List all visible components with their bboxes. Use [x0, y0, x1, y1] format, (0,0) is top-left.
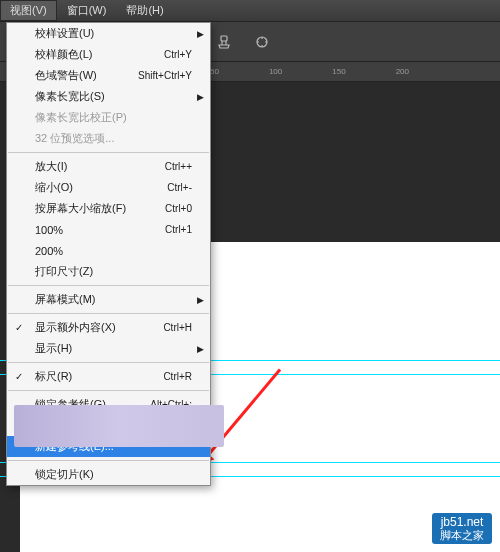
menu-item[interactable]: 按屏幕大小缩放(F)Ctrl+0: [7, 198, 210, 219]
chevron-right-icon: ▶: [197, 29, 204, 39]
menu-item-label: 校样颜色(L): [35, 47, 92, 62]
menu-item-label: 200%: [35, 245, 63, 257]
watermark-text: 脚本之家: [440, 529, 484, 541]
menu-item-label: 像素长宽比校正(P): [35, 110, 127, 125]
menu-item: 32 位预览选项...: [7, 128, 210, 149]
stamp-icon[interactable]: [210, 30, 238, 54]
menu-shortcut: Ctrl+-: [167, 182, 192, 193]
menu-separator: [8, 313, 209, 314]
menu-item-label: 校样设置(U): [35, 26, 94, 41]
menu-item[interactable]: 缩小(O)Ctrl+-: [7, 177, 210, 198]
ruler-mark: 200: [396, 67, 409, 76]
chevron-right-icon: ▶: [197, 295, 204, 305]
menu-separator: [8, 390, 209, 391]
menu-item-label: 标尺(R): [35, 369, 72, 384]
menu-item[interactable]: 色域警告(W)Shift+Ctrl+Y: [7, 65, 210, 86]
menu-item: 像素长宽比校正(P): [7, 107, 210, 128]
menu-shortcut: Shift+Ctrl+Y: [138, 70, 192, 81]
menu-item[interactable]: 显示(H)▶: [7, 338, 210, 359]
menu-item[interactable]: 锁定切片(K): [7, 464, 210, 485]
menu-item-label: 屏幕模式(M): [35, 292, 96, 307]
svg-rect-0: [221, 36, 227, 41]
menu-item[interactable]: 100%Ctrl+1: [7, 219, 210, 240]
menu-item-label: 显示(H): [35, 341, 72, 356]
menu-item[interactable]: 放大(I)Ctrl++: [7, 156, 210, 177]
menu-item[interactable]: 屏幕模式(M)▶: [7, 289, 210, 310]
menu-item[interactable]: ✓显示额外内容(X)Ctrl+H: [7, 317, 210, 338]
check-icon: ✓: [15, 322, 23, 333]
menu-separator: [8, 285, 209, 286]
menu-item[interactable]: 像素长宽比(S)▶: [7, 86, 210, 107]
menubar: 视图(V) 窗口(W) 帮助(H): [0, 0, 500, 22]
menu-item-label: 像素长宽比(S): [35, 89, 105, 104]
menu-item-label: 放大(I): [35, 159, 67, 174]
menu-item[interactable]: 校样设置(U)▶: [7, 23, 210, 44]
brush-icon[interactable]: [248, 30, 276, 54]
menu-shortcut: Ctrl+Y: [164, 49, 192, 60]
menu-item-label: 按屏幕大小缩放(F): [35, 201, 126, 216]
menu-item[interactable]: 200%: [7, 240, 210, 261]
menu-separator: [8, 460, 209, 461]
menu-item-label: 32 位预览选项...: [35, 131, 114, 146]
chevron-right-icon: ▶: [197, 92, 204, 102]
menu-separator: [8, 152, 209, 153]
menu-item-label: 锁定切片(K): [35, 467, 94, 482]
menu-shortcut: Ctrl+0: [165, 203, 192, 214]
menu-help[interactable]: 帮助(H): [116, 0, 173, 21]
menu-separator: [8, 362, 209, 363]
chevron-right-icon: ▶: [197, 344, 204, 354]
menu-shortcut: Ctrl++: [165, 161, 192, 172]
redacted-area: [14, 405, 224, 447]
ruler-mark: 100: [269, 67, 282, 76]
menu-shortcut: Ctrl+H: [163, 322, 192, 333]
menu-item-label: 缩小(O): [35, 180, 73, 195]
menu-item[interactable]: ✓标尺(R)Ctrl+R: [7, 366, 210, 387]
menu-shortcut: Ctrl+1: [165, 224, 192, 235]
menu-item-label: 100%: [35, 224, 63, 236]
menu-view[interactable]: 视图(V): [0, 0, 57, 21]
watermark: jb51.net 脚本之家: [432, 513, 492, 544]
check-icon: ✓: [15, 371, 23, 382]
menu-item-label: 显示额外内容(X): [35, 320, 116, 335]
menu-item-label: 打印尺寸(Z): [35, 264, 93, 279]
ruler-mark: 50: [210, 67, 219, 76]
ruler-mark: 150: [332, 67, 345, 76]
menu-item[interactable]: 校样颜色(L)Ctrl+Y: [7, 44, 210, 65]
menu-window[interactable]: 窗口(W): [57, 0, 117, 21]
menu-item-label: 色域警告(W): [35, 68, 97, 83]
menu-shortcut: Ctrl+R: [163, 371, 192, 382]
menu-item[interactable]: 打印尺寸(Z): [7, 261, 210, 282]
watermark-url: jb51.net: [441, 516, 484, 529]
